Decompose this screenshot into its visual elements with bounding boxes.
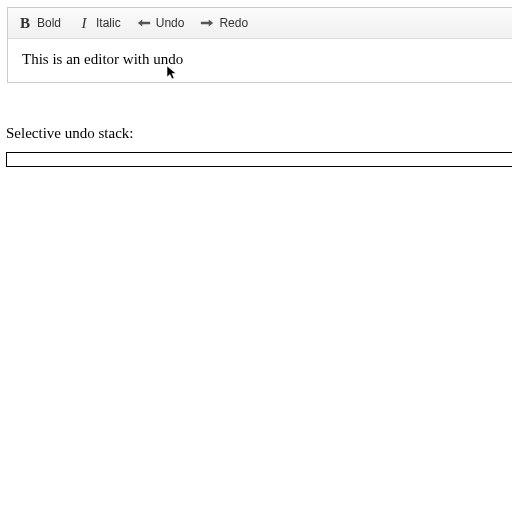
italic-icon: I [77, 16, 91, 30]
toolbar: B Bold I Italic Undo Redo [8, 8, 512, 39]
undo-stack-box [6, 152, 512, 167]
redo-label: Redo [219, 16, 248, 30]
undo-label: Undo [156, 16, 185, 30]
italic-label: Italic [96, 16, 121, 30]
bold-button[interactable]: B Bold [18, 16, 61, 30]
italic-button[interactable]: I Italic [77, 16, 121, 30]
bold-label: Bold [37, 16, 61, 30]
editor-container: B Bold I Italic Undo Redo This is an ed [7, 7, 512, 83]
redo-button[interactable]: Redo [200, 16, 248, 30]
redo-icon [200, 16, 214, 30]
mouse-cursor-icon [166, 65, 178, 81]
bold-icon: B [18, 16, 32, 30]
editor-textarea[interactable]: This is an editor with undo [8, 39, 512, 82]
undo-icon [137, 16, 151, 30]
undo-button[interactable]: Undo [137, 16, 185, 30]
editor-text: This is an editor with undo [22, 51, 183, 67]
undo-stack-label: Selective undo stack: [6, 125, 512, 142]
